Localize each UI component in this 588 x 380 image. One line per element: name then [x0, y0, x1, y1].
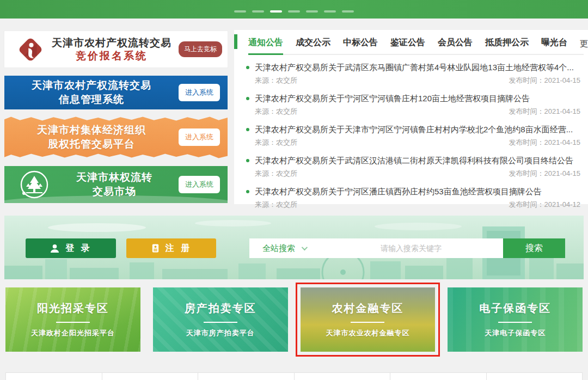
carousel-dot-active[interactable] [270, 10, 282, 13]
zone-subtitle: 天津市农业农村金融专区 [326, 328, 409, 338]
carousel-dot[interactable] [234, 10, 246, 13]
zone-title: 电子保函专区 [479, 301, 551, 316]
bullet-icon [246, 97, 249, 100]
zone-subtitle: 天津电子保函专区 [485, 328, 546, 338]
info-card-line2: 信息管理系统 [4, 93, 179, 107]
tab-accent-bar [234, 34, 237, 49]
zone-subtitle: 天津政村企阳光招采平台 [31, 328, 115, 338]
search-scope-label: 全站搜索 [262, 243, 295, 254]
tab-deal-publicity[interactable]: 成交公示 [296, 37, 330, 55]
equity-enter-button[interactable]: 进入系统 [179, 128, 220, 146]
search-input[interactable] [319, 238, 503, 258]
list-item[interactable]: 天津农村产权交易所关于武清区东马圈镇广善村第4号林业队园地13亩土地经营权等4个… [245, 58, 581, 89]
search-button[interactable]: 搜索 [503, 238, 565, 258]
zone-title: 农村金融专区 [332, 301, 403, 316]
carousel-dot[interactable] [342, 10, 354, 13]
login-search-banner: 登 录 注 册 全站搜索 搜索 [4, 216, 584, 279]
user-icon [50, 243, 60, 254]
table-cell [5, 372, 102, 380]
table-cell [295, 372, 391, 380]
bullet-icon [246, 159, 249, 162]
bullet-icon [246, 66, 249, 69]
list-item[interactable]: 天津农村产权交易所关于宁河区宁河镇鲁庄村120亩土地经营权项目摘牌公告 来源：农… [245, 89, 581, 120]
bullet-icon [246, 128, 249, 131]
zone-divider [204, 322, 237, 323]
zone-title: 阳光招采专区 [37, 301, 109, 316]
notice-panel: 通知公告 成交公示 中标公告 鉴证公告 会员公告 抵质押公示 曝光台 更多▶ 天… [234, 30, 588, 204]
chevron-down-icon [302, 244, 308, 250]
info-enter-button[interactable]: 进入系统 [179, 84, 220, 101]
notice-source: 来源：农交所 [255, 200, 297, 210]
forest-card-line2: 交易市场 [50, 185, 179, 199]
notice-title[interactable]: 天津农村产权交易所关于武清区东马圈镇广善村第4号林业队园地13亩土地经营权等4个… [255, 63, 574, 73]
zone-card-property-auction[interactable]: 房产拍卖专区 天津市房产拍卖平台 [153, 287, 288, 352]
notice-source: 来源：农交所 [255, 138, 297, 148]
notice-title[interactable]: 天津农村产权交易所关于宁河区宁河镇鲁庄村120亩土地经营权项目摘牌公告 [255, 94, 530, 104]
notice-date: 发布时间：2021-04-15 [509, 169, 581, 179]
tab-mortgage-publicity[interactable]: 抵质押公示 [485, 37, 529, 55]
sidebar: 天津市农村产权流转交易 竞价报名系统 马上去竞标 天津市农村产权流转交易 信息管… [4, 31, 228, 203]
notice-date: 发布时间：2021-04-15 [509, 76, 581, 85]
search-bar: 全站搜索 搜索 [249, 238, 565, 258]
tab-member-announcements[interactable]: 会员公告 [438, 37, 473, 55]
info-card-line1: 天津市农村产权流转交易 [4, 78, 179, 93]
carousel-dot[interactable] [252, 10, 264, 13]
site-logo-icon [16, 35, 45, 64]
more-link[interactable]: 更多▶ [580, 39, 588, 54]
login-label: 登 录 [65, 243, 91, 254]
zone-divider [56, 322, 90, 323]
notice-source: 来源：农交所 [255, 169, 297, 179]
register-label: 注 册 [166, 243, 192, 254]
tab-exposure[interactable]: 曝光台 [541, 37, 567, 55]
carousel-dots [0, 10, 588, 13]
forest-enter-button[interactable]: 进入系统 [179, 176, 220, 193]
more-label: 更多 [580, 39, 588, 48]
equity-card-line2: 股权托管交易平台 [4, 137, 179, 151]
forest-market-card[interactable]: 天津市林权流转 交易市场 进入系统 [4, 166, 228, 203]
equity-card-title: 天津市村集体经济组织 股权托管交易平台 [4, 123, 179, 151]
hero-carousel[interactable] [0, 0, 588, 19]
equity-platform-card[interactable]: 天津市村集体经济组织 股权托管交易平台 进入系统 [4, 115, 228, 159]
zone-card-sunshine-procurement[interactable]: 阳光招采专区 天津政村企阳光招采平台 [5, 287, 140, 352]
zone-card-electronic-guarantee[interactable]: 电子保函专区 天津电子保函专区 [448, 287, 583, 352]
id-card-icon [151, 243, 160, 253]
bidding-system-card[interactable]: 天津市农村产权流转交易 竞价报名系统 马上去竞标 [4, 31, 228, 68]
search-scope-select[interactable]: 全站搜索 [249, 238, 319, 258]
bidding-card-title-line2: 竞价报名系统 [45, 50, 179, 63]
register-button[interactable]: 注 册 [126, 238, 216, 258]
list-item[interactable]: 天津农村产权交易所关于武清区汉沽港镇二街村原天津凯得利科技有限公司项目终结公告 … [245, 151, 581, 182]
notice-title[interactable]: 天津农村产权交易所关于武清区汉沽港镇二街村原天津凯得利科技有限公司项目终结公告 [255, 156, 573, 166]
info-card-title: 天津市农村产权流转交易 信息管理系统 [4, 78, 179, 106]
list-item[interactable]: 天津农村产权交易所关于宁河区潘庄镇西孙庄村约53亩鱼池经营权项目摘牌公告 来源：… [245, 182, 581, 213]
zone-divider [351, 322, 384, 323]
bidding-card-title: 天津市农村产权流转交易 竞价报名系统 [45, 36, 179, 63]
carousel-dot[interactable] [288, 10, 300, 13]
zone-title: 房产拍卖专区 [185, 301, 256, 316]
tab-authentication[interactable]: 鉴证公告 [390, 37, 425, 55]
notice-date: 发布时间：2021-04-15 [509, 107, 581, 117]
notice-date: 发布时间：2021-04-12 [509, 200, 581, 210]
list-item[interactable]: 天津农村产权交易所关于天津市宁河区宁河镇鲁庄村村内学校北2个鱼池约8亩水面经营.… [245, 120, 581, 151]
info-system-card[interactable]: 天津市农村产权流转交易 信息管理系统 进入系统 [4, 76, 228, 109]
carousel-dot[interactable] [324, 10, 336, 13]
bidding-card-title-line1: 天津市农村产权流转交易 [45, 36, 179, 50]
table-cell [198, 372, 295, 380]
bullet-icon [246, 190, 249, 193]
carousel-dot[interactable] [306, 10, 318, 13]
notice-tabbar: 通知公告 成交公示 中标公告 鉴证公告 会员公告 抵质押公示 曝光台 更多▶ [248, 30, 584, 55]
forest-card-line1: 天津市林权流转 [50, 170, 179, 185]
notice-title[interactable]: 天津农村产权交易所关于天津市宁河区宁河镇鲁庄村村内学校北2个鱼池约8亩水面经营.… [255, 125, 573, 135]
tab-notice-announcements[interactable]: 通知公告 [248, 37, 283, 55]
table-cell [487, 372, 583, 380]
zone-card-rural-finance[interactable]: 农村金融专区 天津市农业农村金融专区 [301, 287, 436, 352]
login-button[interactable]: 登 录 [26, 238, 116, 258]
tab-winning-bid[interactable]: 中标公告 [343, 37, 378, 55]
notice-title[interactable]: 天津农村产权交易所关于宁河区潘庄镇西孙庄村约53亩鱼池经营权项目摘牌公告 [255, 187, 542, 197]
notice-source: 来源：农交所 [255, 107, 297, 117]
forest-card-title: 天津市林权流转 交易市场 [50, 170, 179, 198]
zone-divider [498, 322, 532, 323]
zone-subtitle: 天津市房产拍卖平台 [186, 328, 255, 338]
notice-list: 天津农村产权交易所关于武清区东马圈镇广善村第4号林业队园地13亩土地经营权等4个… [234, 55, 588, 213]
go-bid-button[interactable]: 马上去竞标 [179, 41, 222, 57]
forest-tree-icon [19, 169, 50, 200]
